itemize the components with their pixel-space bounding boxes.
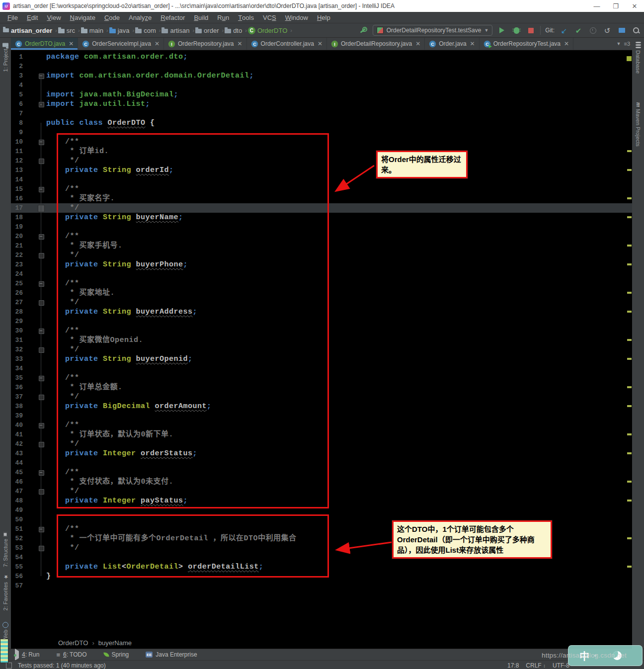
menu-navigate[interactable]: Navigate (66, 12, 100, 23)
warning-stripe-mark[interactable] (627, 452, 632, 454)
fold-end-icon[interactable] (39, 102, 44, 107)
search-everywhere-button[interactable] (631, 25, 641, 35)
stripe-button-7-structure[interactable]: 7: Structure (0, 532, 11, 567)
menu-refactor[interactable]: Refactor (156, 12, 189, 23)
history-button[interactable] (588, 25, 598, 35)
tab-OrderServiceImpl.java[interactable]: COrderServiceImpl.java✕ (78, 38, 164, 50)
fold-end-icon[interactable] (39, 253, 44, 258)
fold-collapse-icon[interactable] (39, 376, 44, 381)
toolwindow-button-4-run[interactable]: 4: Run (15, 651, 39, 658)
fold-end-icon[interactable] (39, 159, 44, 164)
fold-end-icon[interactable] (39, 347, 44, 353)
fold-collapse-icon[interactable] (39, 470, 44, 476)
tab-close-icon[interactable]: ✕ (470, 40, 475, 47)
nav-crumb-com[interactable]: com (135, 27, 157, 34)
warning-stripe-mark[interactable] (627, 169, 632, 171)
warning-stripe-mark[interactable] (627, 339, 632, 341)
encoding-select[interactable]: UTF-8 (553, 662, 569, 669)
menu-code[interactable]: Code (100, 12, 124, 23)
fold-collapse-icon[interactable] (39, 187, 44, 192)
warning-stripe-mark[interactable] (627, 386, 632, 388)
tab-close-icon[interactable]: ✕ (69, 40, 74, 47)
build-project-button[interactable] (358, 25, 368, 35)
inspection-status-indicator[interactable] (627, 56, 632, 61)
tab-close-icon[interactable]: ✕ (318, 40, 322, 47)
minimize-button[interactable]: — (587, 0, 606, 12)
toolwindow-button-spring[interactable]: Spring (104, 651, 129, 658)
menu-view[interactable]: View (42, 12, 65, 23)
nav-crumb-main[interactable]: main (81, 27, 104, 34)
fold-collapse-icon[interactable] (39, 423, 44, 428)
line-separator-select[interactable]: CRLF ↕ (526, 662, 546, 669)
nav-crumb-artisan[interactable]: artisan (161, 27, 190, 34)
tab-close-icon[interactable]: ✕ (237, 40, 242, 47)
tab-close-icon[interactable]: ✕ (155, 40, 160, 47)
tab-Order.java[interactable]: COrder.java✕ (425, 38, 479, 50)
warning-stripe-mark[interactable] (627, 311, 632, 313)
fold-collapse-icon[interactable] (39, 329, 44, 334)
nav-crumb-OrderDTO[interactable]: COrderDTO (248, 27, 288, 34)
tab-OrderRepositoryTest.java[interactable]: COrderRepositoryTest.java✕ (480, 38, 573, 50)
run-configuration-select[interactable]: OrderDetailRepositoryTest.testSave ▼ (373, 25, 493, 36)
menu-file[interactable]: File (3, 12, 22, 23)
stripe-button-2-favorites[interactable]: 2: Favorites★ (0, 574, 11, 610)
close-button[interactable]: ✕ (625, 0, 644, 12)
warning-stripe-mark[interactable] (627, 405, 632, 407)
warning-stripe-mark[interactable] (627, 358, 632, 360)
tab-close-icon[interactable]: ✕ (415, 40, 420, 47)
recent-changes-button[interactable] (617, 25, 627, 35)
code-editor[interactable]: 1package com.artisan.order.dto;23import … (11, 50, 632, 637)
menu-tools[interactable]: Tools (234, 12, 258, 23)
warning-stripe-mark[interactable] (627, 245, 632, 247)
fold-collapse-icon[interactable] (39, 74, 44, 79)
fold-end-icon[interactable] (39, 489, 44, 495)
menu-window[interactable]: Window (281, 12, 313, 23)
fold-collapse-icon[interactable] (39, 281, 44, 287)
run-button[interactable] (497, 25, 507, 35)
fold-collapse-icon[interactable] (39, 234, 44, 240)
stripe-button-web[interactable]: Web (0, 622, 11, 641)
breadcrumb-item[interactable]: buyerName (98, 639, 132, 647)
warning-stripe-mark[interactable] (627, 150, 632, 152)
update-project-button[interactable]: ↙ (559, 25, 569, 35)
warning-stripe-mark[interactable] (627, 263, 632, 265)
commit-button[interactable]: ✔ (573, 25, 583, 35)
debug-button[interactable] (511, 25, 521, 35)
fold-end-icon[interactable] (39, 442, 44, 447)
warning-stripe-mark[interactable] (627, 197, 632, 199)
warning-stripe-mark[interactable] (627, 433, 632, 435)
warning-stripe-mark[interactable] (627, 500, 632, 502)
menu-analyze[interactable]: Analyze (124, 12, 156, 23)
fold-collapse-icon[interactable] (39, 527, 44, 532)
nav-crumb-src[interactable]: src (58, 27, 76, 34)
fold-end-icon[interactable] (39, 300, 44, 306)
menu-vcs[interactable]: VCS (258, 12, 281, 23)
tab-OrderController.java[interactable]: COrderController.java✕ (247, 38, 327, 50)
warning-stripe-mark[interactable] (627, 537, 632, 539)
tab-close-icon[interactable]: ✕ (564, 40, 569, 47)
nav-crumb-order[interactable]: order (195, 27, 220, 34)
toolwindow-button-6-todo[interactable]: ≡6: TODO (56, 651, 86, 658)
menu-build[interactable]: Build (189, 12, 213, 23)
chevron-down-icon[interactable]: ▼ (617, 41, 621, 46)
hide-tabs-icon[interactable]: ≡3 (624, 41, 630, 47)
menu-help[interactable]: Help (313, 12, 335, 23)
fold-collapse-icon[interactable] (39, 140, 44, 145)
nav-crumb-java[interactable]: java (109, 27, 131, 34)
tab-OrderDetailRepository.java[interactable]: IOrderDetailRepository.java✕ (327, 38, 425, 50)
tab-OrderDTO.java[interactable]: COrderDTO.java✕ (11, 38, 78, 50)
warning-stripe-mark[interactable] (627, 481, 632, 483)
nav-crumb-artisan_order[interactable]: artisan_order (3, 27, 53, 34)
breadcrumb-item[interactable]: OrderDTO (58, 639, 88, 647)
tab-OrderRepository.java[interactable]: IOrderRepository.java✕ (164, 38, 247, 50)
toolwindow-button-java-enterprise[interactable]: EEJava Enterprise (146, 651, 197, 658)
rollback-button[interactable]: ↺ (602, 25, 612, 35)
toolwindow-toggle-icon[interactable] (6, 663, 12, 669)
stop-button[interactable] (526, 25, 536, 35)
nav-crumb-dto[interactable]: dto (225, 27, 243, 34)
fold-end-icon[interactable] (39, 546, 44, 551)
stripe-button-database[interactable]: Database (632, 42, 644, 74)
restore-button[interactable]: ❐ (606, 0, 625, 12)
warning-stripe-mark[interactable] (627, 216, 632, 218)
stripe-button-1-project[interactable]: 1: Project (0, 43, 11, 72)
